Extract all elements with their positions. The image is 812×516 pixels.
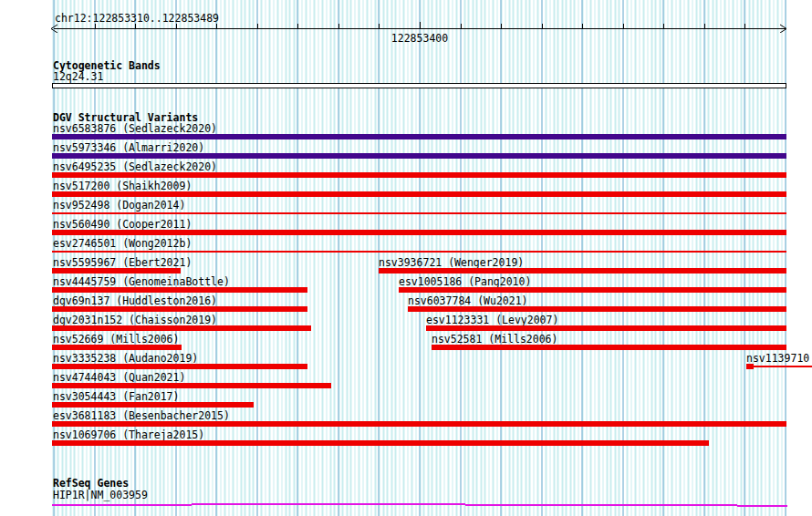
ruler-minor-tick (461, 24, 462, 28)
variant-bar[interactable] (52, 230, 786, 235)
variant-label[interactable]: esv1123331 (Levy2007) (426, 315, 558, 325)
variant-bar[interactable] (52, 325, 311, 331)
variant-label[interactable]: nsv52581 (Mills2006) (432, 334, 557, 345)
variant-label[interactable]: nsv4445759 (GenomeinaBottle) (53, 276, 230, 287)
ruler-minor-tick (663, 24, 664, 28)
ruler-minor-tick (623, 24, 624, 28)
gene-line-segment[interactable] (192, 503, 297, 505)
variant-label[interactable]: nsv3335238 (Audano2019) (53, 353, 198, 364)
variant-continuation-line[interactable] (754, 366, 812, 367)
variant-label[interactable]: esv2746501 (Wong2012b) (53, 238, 192, 249)
variant-bar[interactable] (52, 212, 786, 214)
variant-label[interactable]: nsv952498 (Dogan2014) (53, 200, 185, 211)
variant-label[interactable]: esv3681183 (Besenbacher2015) (53, 410, 230, 421)
ruler-major-tick (420, 22, 421, 28)
variant-bar[interactable] (52, 364, 307, 369)
variant-label[interactable]: nsv6037784 (Wu2021) (408, 295, 528, 306)
variant-label[interactable]: dgv69n137 (Huddleston2016) (53, 295, 217, 306)
variant-bar[interactable] (399, 287, 786, 293)
variant-label[interactable]: nsv3054443 (Fan2017) (53, 391, 179, 402)
cytoband-label: 12q24.31 (53, 71, 103, 82)
ruler-minor-tick (135, 24, 136, 28)
ruler-center-tick-label: 122853400 (328, 33, 511, 44)
variant-label[interactable]: nsv5595967 (Ebert2021) (53, 257, 192, 268)
variant-label[interactable]: nsv6495235 (Sedlazeck2020) (53, 161, 217, 172)
ruler-minor-tick (582, 24, 583, 28)
ruler-minor-tick (95, 24, 96, 28)
variant-label[interactable]: dgv2031n152 (Chaisson2019) (53, 315, 217, 325)
variant-bar[interactable] (52, 345, 182, 350)
ruler-line (54, 28, 786, 29)
variant-bar[interactable] (379, 268, 786, 273)
genome-browser-panel: chr12:122853310..122853489 122853400 Cyt… (0, 0, 812, 516)
variant-label[interactable]: nsv52669 (Mills2006) (53, 334, 179, 345)
variant-bar[interactable] (52, 383, 331, 388)
variant-label[interactable]: nsv6583876 (Sedlazeck2020) (53, 123, 217, 134)
variant-label[interactable]: nsv517200 (Shaikh2009) (53, 181, 192, 191)
variant-bar[interactable] (52, 153, 786, 159)
gene-line-segment[interactable] (297, 503, 465, 505)
variant-bar[interactable] (52, 421, 786, 427)
variant-bar[interactable] (746, 364, 754, 369)
ruler-left-arrow-icon (50, 24, 58, 33)
variant-bar[interactable] (52, 287, 307, 293)
variant-label[interactable]: nsv4744043 (Quan2021) (53, 372, 185, 383)
ruler-minor-tick (216, 24, 217, 28)
variant-bar[interactable] (426, 325, 786, 331)
ruler-minor-tick (542, 24, 543, 28)
variant-bar[interactable] (52, 172, 786, 178)
variant-bar[interactable] (52, 268, 181, 273)
gene-label[interactable]: HIP1R|NM_003959 (53, 490, 148, 501)
ruler-minor-tick (176, 24, 177, 28)
variant-bar[interactable] (52, 306, 307, 312)
variant-bar[interactable] (408, 306, 786, 312)
cytoband-glyph[interactable] (52, 83, 786, 88)
variant-bar[interactable] (432, 345, 786, 350)
ruler-minor-tick (257, 24, 258, 28)
ruler-minor-tick (704, 24, 705, 28)
ruler-minor-tick (297, 24, 298, 28)
gene-line-segment[interactable] (52, 504, 192, 506)
region-title: chr12:122853310..122853489 (55, 13, 219, 24)
ruler-right-arrow-icon (779, 24, 787, 33)
variant-label[interactable]: nsv5973346 (Almarri2020) (53, 142, 204, 153)
gene-line-segment[interactable] (465, 504, 737, 506)
ruler-minor-tick (744, 24, 745, 28)
ruler-minor-tick (379, 24, 380, 28)
refseq-track-header: RefSeq Genes (53, 478, 129, 489)
variant-bar[interactable] (52, 402, 254, 408)
variant-label[interactable]: nsv1069706 (Thareja2015) (53, 429, 204, 440)
ruler-minor-tick (501, 24, 502, 28)
variant-bar[interactable] (52, 251, 786, 253)
gene-line-segment[interactable] (737, 505, 787, 507)
variant-label[interactable]: nsv1139710 ( (746, 353, 812, 364)
variant-bar[interactable] (52, 134, 786, 139)
variant-label[interactable]: esv1005186 (Pang2010) (399, 276, 531, 287)
variant-label[interactable]: nsv3936721 (Wenger2019) (379, 257, 524, 268)
variant-label[interactable]: nsv560490 (Cooper2011) (53, 219, 192, 230)
variant-bar[interactable] (52, 191, 786, 197)
ruler-minor-tick (338, 24, 339, 28)
variant-bar[interactable] (52, 440, 709, 446)
